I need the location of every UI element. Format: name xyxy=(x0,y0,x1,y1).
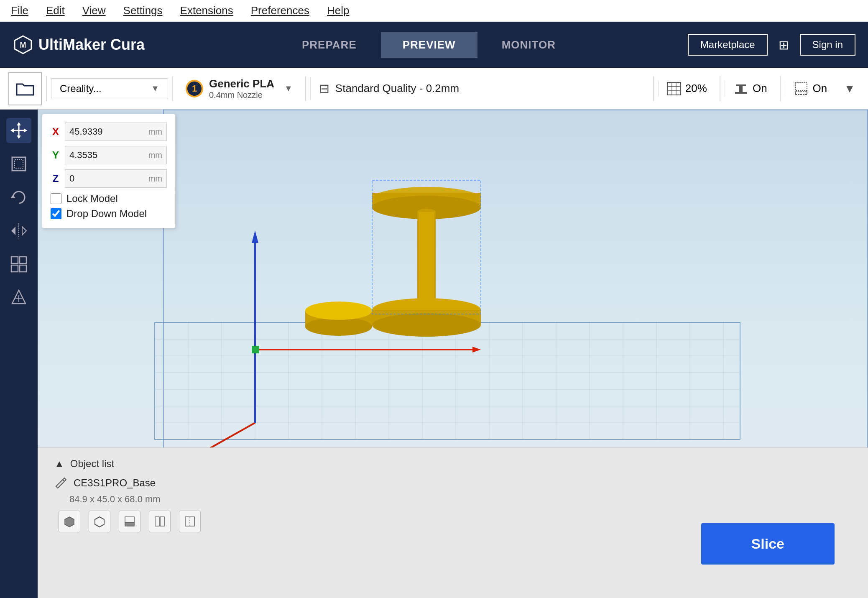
printer-name: Creality... xyxy=(60,83,102,95)
svg-rect-9 xyxy=(735,92,747,94)
menu-bar: File Edit View Settings Extensions Prefe… xyxy=(0,0,868,22)
svg-line-74 xyxy=(63,480,64,481)
svg-marker-20 xyxy=(10,195,15,198)
object-list-label: Object list xyxy=(70,458,114,470)
y-axis-arrow xyxy=(252,230,258,243)
main-area: X 45.9339 mm Y 4.3535 mm Z 0 mm xyxy=(0,110,868,598)
adhesion-selector[interactable]: On xyxy=(785,81,836,96)
left-sidebar xyxy=(0,110,38,598)
tab-preview[interactable]: PREVIEW xyxy=(381,32,477,58)
printer-selector[interactable]: Creality... ▼ xyxy=(51,78,168,99)
menu-file[interactable]: File xyxy=(8,3,31,19)
support-value: On xyxy=(753,82,767,95)
folder-icon xyxy=(16,81,34,97)
signin-button[interactable]: Sign in xyxy=(800,34,855,56)
tool-rotate[interactable] xyxy=(6,185,31,210)
bottom-cube-icon xyxy=(123,515,136,528)
nozzle-badge: 1 xyxy=(186,80,203,97)
menu-view[interactable]: View xyxy=(80,3,108,19)
material-selector[interactable]: 1 Generic PLA 0.4mm Nozzle ▼ xyxy=(177,77,301,100)
adhesion-value: On xyxy=(813,82,827,95)
material-chevron-icon: ▼ xyxy=(284,84,293,93)
svg-rect-11 xyxy=(795,83,807,90)
toolbar-divider-5 xyxy=(720,76,720,101)
slice-button[interactable]: Slice xyxy=(701,523,835,565)
svg-rect-27 xyxy=(20,265,26,272)
menu-settings[interactable]: Settings xyxy=(121,3,165,19)
svg-rect-19 xyxy=(15,160,23,168)
svg-rect-10 xyxy=(795,91,807,95)
svg-text:M: M xyxy=(20,41,26,49)
tool-scale[interactable] xyxy=(6,151,31,176)
svg-point-61 xyxy=(305,317,372,336)
toolbar-divider-2 xyxy=(172,76,173,101)
svg-point-72 xyxy=(372,313,481,337)
action-solid-cube[interactable] xyxy=(59,511,80,532)
toolbar: Creality... ▼ 1 Generic PLA 0.4mm Nozzle… xyxy=(0,68,868,110)
action-outline-cube[interactable] xyxy=(89,511,110,532)
tool-support[interactable] xyxy=(6,285,31,310)
printer-chevron-icon: ▼ xyxy=(151,84,159,93)
object-dimensions: 84.9 x 45.0 x 68.0 mm xyxy=(69,494,851,505)
tool-arrange[interactable] xyxy=(6,252,31,277)
action-split-cube[interactable] xyxy=(149,511,171,532)
toolbar-divider-1 xyxy=(46,76,47,101)
mirror-icon xyxy=(10,222,28,240)
svg-marker-14 xyxy=(17,122,21,125)
svg-rect-25 xyxy=(20,257,26,263)
action-single-cube[interactable] xyxy=(179,511,201,532)
move-icon xyxy=(10,121,28,140)
scale-icon xyxy=(10,155,28,173)
svg-rect-68 xyxy=(419,212,434,312)
edit-pencil-icon[interactable] xyxy=(54,476,68,490)
arrange-icon xyxy=(10,255,28,273)
svg-marker-17 xyxy=(24,128,27,133)
svg-rect-77 xyxy=(125,523,134,526)
menu-extensions[interactable]: Extensions xyxy=(178,3,236,19)
infill-value: 20% xyxy=(685,82,707,95)
infill-icon xyxy=(667,82,681,96)
origin-marker xyxy=(252,346,259,353)
menu-preferences[interactable]: Preferences xyxy=(248,3,312,19)
tab-prepare[interactable]: PREPARE xyxy=(280,32,378,58)
toolbar-divider-4 xyxy=(653,76,654,101)
tool-move[interactable] xyxy=(6,118,31,143)
tool-mirror[interactable] xyxy=(6,218,31,243)
collapse-icon: ▲ xyxy=(54,458,64,470)
svg-rect-80 xyxy=(160,517,164,526)
svg-rect-7 xyxy=(736,84,746,86)
open-file-button[interactable] xyxy=(8,72,42,105)
marketplace-button[interactable]: Marketplace xyxy=(688,34,768,56)
action-bottom-cube[interactable] xyxy=(119,511,140,532)
quality-selector[interactable]: ⊟ Standard Quality - 0.2mm xyxy=(310,77,649,100)
svg-rect-8 xyxy=(739,86,743,92)
viewport-3d[interactable]: X 45.9339 mm Y 4.3535 mm Z 0 mm xyxy=(38,110,868,598)
menu-help[interactable]: Help xyxy=(324,3,352,19)
object-list-header[interactable]: ▲ Object list xyxy=(54,458,851,470)
adhesion-icon xyxy=(794,81,809,96)
svg-rect-79 xyxy=(155,517,159,526)
menu-edit[interactable]: Edit xyxy=(43,3,67,19)
svg-marker-16 xyxy=(10,128,14,133)
svg-marker-76 xyxy=(95,517,104,527)
svg-rect-78 xyxy=(125,517,134,523)
svg-rect-81 xyxy=(185,517,194,526)
object-item: CE3S1PRO_Base xyxy=(54,476,851,490)
svg-rect-2 xyxy=(668,82,680,95)
toolbar-divider-3 xyxy=(305,76,306,101)
svg-rect-58 xyxy=(155,322,740,440)
single-cube-icon xyxy=(184,515,196,528)
support-selector[interactable]: On xyxy=(725,81,776,96)
svg-marker-22 xyxy=(11,227,15,235)
quality-icon: ⊟ xyxy=(319,81,329,96)
bottom-area: ▲ Object list CE3S1PRO_Base 84.9 x 45.0 … xyxy=(38,447,868,598)
rotate-icon xyxy=(10,188,28,207)
tab-monitor[interactable]: MONITOR xyxy=(480,32,577,58)
support-tool-icon xyxy=(10,289,28,307)
split-cube-icon xyxy=(153,515,166,528)
svg-marker-23 xyxy=(22,227,26,235)
infill-selector[interactable]: 20% xyxy=(658,82,715,96)
apps-grid-icon[interactable]: ⊞ xyxy=(776,35,791,55)
toolbar-more-icon[interactable]: ▼ xyxy=(840,82,860,95)
grid-floor xyxy=(155,322,740,440)
